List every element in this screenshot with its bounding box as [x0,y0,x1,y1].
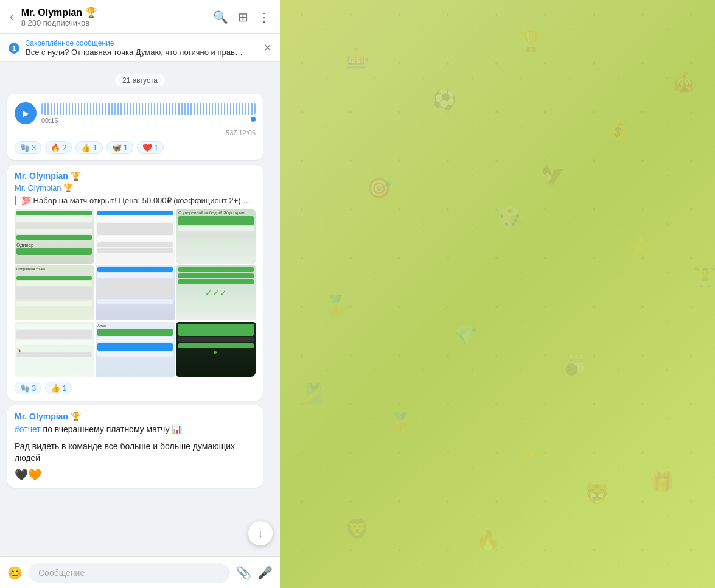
text-post-author: Mr. Olympian 🏆 [15,411,81,421]
chat-input-area: 😊 Сообщение 📎 🎤 [0,556,280,588]
image-cell-6[interactable]: ✓✓✓ [176,265,256,320]
reaction-heart[interactable]: ❤️ 1 [137,141,164,154]
text-post-bubble: Mr. Olympian 🏆 #отчет по вчерашнему плат… [7,405,263,488]
pinned-text: Все с нуля? Отправная точка Думаю, что л… [26,47,245,57]
reaction-thumb[interactable]: 👍 1 [75,141,102,154]
pinned-content: Закреплённое сообщение Все с нуля? Отпра… [26,39,257,57]
image-cell-9[interactable]: ▶ [176,322,256,377]
pinned-label: Закреплённое сообщение [26,39,257,47]
header-info: Mr. Olympian 🏆 8 280 подписчиков [21,7,206,27]
hashtag-rest: по вчерашнему платному матчу 📊 [41,424,183,434]
close-pinned-button[interactable]: ✕ [263,42,271,54]
channel-title: Mr. Olympian 🏆 [21,7,206,18]
background-emojis: 🎰 ⚽ 🏆 💰 🎯 🎲 🌟 🏅 💎 🎳 🥇 ⚡ 🎁 🦁 🔥 🎪 🏋️ 🎽 🦅 🐯 [280,0,715,588]
search-icon[interactable]: 🔍 [213,10,228,24]
text-post-author-header: Mr. Olympian 🏆 [15,411,256,421]
reaction-butterfly[interactable]: 🦋 1 [106,141,133,154]
message-text-post: Mr. Olympian 🏆 #отчет по вчерашнему плат… [0,403,280,490]
attach-icon[interactable]: 📎 [236,565,251,580]
image-cell-2[interactable] [96,209,175,264]
message-input[interactable]: Сообщение [29,563,230,583]
reaction-glove[interactable]: 🧤 3 [15,141,41,154]
chat-header: ‹ Mr. Olympian 🏆 8 280 подписчиков 🔍 ⊞ ⋮ [0,0,280,34]
audio-reactions: 🧤 3 🔥 2 👍 1 🦋 1 ❤️ 1 [15,141,256,154]
more-icon[interactable]: ⋮ [258,10,270,24]
audio-dot [251,117,256,122]
image-cell-1[interactable]: Одинер [15,209,94,264]
post-sub-author: Mr. Olympian 🏆 [15,183,256,192]
post-images-bubble: Mr. Olympian 🏆 Mr. Olympian 🏆 💯 Набор на… [7,165,263,401]
hashtag: #отчет [15,424,41,434]
image-cell-5[interactable] [96,265,175,320]
reaction-glove-2[interactable]: 🧤 3 [15,382,41,394]
image-cell-7[interactable]: 🍾 [15,322,94,377]
post-sub-author-name: Mr. Olympian 🏆 [15,183,73,192]
header-actions: 🔍 ⊞ ⋮ [213,10,270,24]
layout-icon[interactable]: ⊞ [238,10,248,24]
chat-messages-area: 21 августа ▶ 00:16 537 12:06 🧤 [0,62,280,556]
forward-text: 💯 Набор на матч открыт! Цена: 50.000₽ (к… [21,196,256,205]
message-audio: ▶ 00:16 537 12:06 🧤 3 🔥 2 👍 1 🦋 1 [0,91,280,163]
reaction-thumb-2[interactable]: 👍 1 [45,382,72,394]
post-author-name: Mr. Olympian 🏆 [15,171,81,181]
audio-play-button[interactable]: ▶ [15,102,37,124]
audio-bubble: ▶ 00:16 537 12:06 🧤 3 🔥 2 👍 1 🦋 1 [7,94,263,160]
audio-duration: 00:16 [41,117,58,124]
subscriber-count: 8 280 подписчиков [21,18,206,27]
scroll-to-bottom-button[interactable]: ↓ [248,521,273,545]
image-cell-3[interactable]: С уверенной победой! Жду скрин [176,209,256,264]
chat-panel: ‹ Mr. Olympian 🏆 8 280 подписчиков 🔍 ⊞ ⋮… [0,0,280,588]
text-post-body: Рад видеть в команде все больше и больше… [15,441,256,464]
audio-player: ▶ 00:16 [15,100,256,127]
forward-block: 💯 Набор на матч открыт! Цена: 50.000₽ (к… [15,196,256,205]
image-grid: Одинер [15,209,256,377]
message-post-images: Mr. Olympian 🏆 Mr. Olympian 🏆 💯 Набор на… [0,163,280,403]
post-emoji-line: 🖤🧡 [15,468,256,481]
pinned-badge: 1 [9,43,19,54]
audio-stats: 537 12:06 [15,129,256,136]
post-author-header: Mr. Olympian 🏆 [15,171,256,181]
image-cell-8[interactable]: Алия [96,322,175,377]
pinned-message-bar[interactable]: 1 Закреплённое сообщение Все с нуля? Отп… [0,34,280,62]
date-separator: 21 августа [0,74,280,85]
back-button[interactable]: ‹ [10,10,14,24]
post-reactions: 🧤 3 👍 1 [15,382,256,394]
emoji-icon[interactable]: 😊 [7,565,23,580]
image-cell-4[interactable]: Отправная точка [15,265,94,320]
reaction-fire[interactable]: 🔥 2 [45,141,72,154]
text-post-hashtag-line: #отчет по вчерашнему платному матчу 📊 [15,424,256,436]
mic-icon[interactable]: 🎤 [257,565,273,580]
